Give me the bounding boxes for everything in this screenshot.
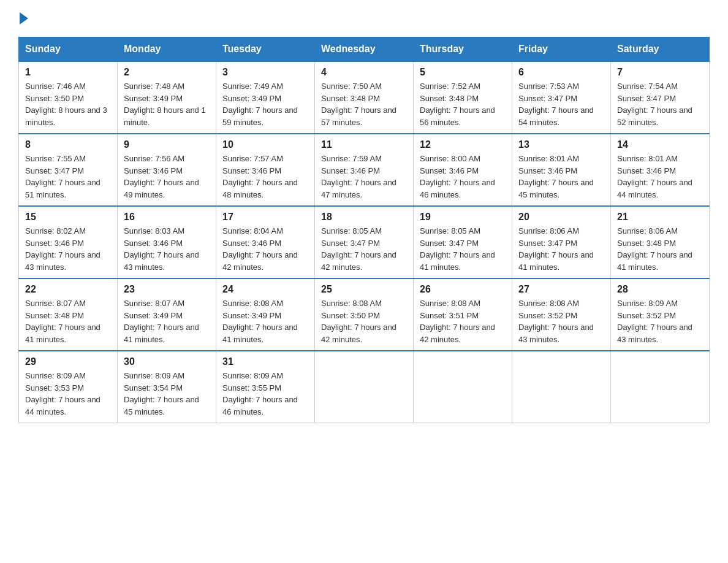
calendar-cell: 22 Sunrise: 8:07 AM Sunset: 3:48 PM Dayl… [19, 278, 118, 351]
calendar-cell: 28 Sunrise: 8:09 AM Sunset: 3:52 PM Dayl… [611, 278, 710, 351]
day-info: Sunrise: 8:08 AM Sunset: 3:52 PM Dayligh… [518, 297, 604, 345]
day-info: Sunrise: 8:09 AM Sunset: 3:53 PM Dayligh… [25, 370, 111, 418]
day-info: Sunrise: 7:50 AM Sunset: 3:48 PM Dayligh… [321, 80, 407, 128]
header-monday: Monday [118, 37, 216, 62]
day-number: 29 [25, 356, 111, 367]
calendar-cell: 10 Sunrise: 7:57 AM Sunset: 3:46 PM Dayl… [216, 134, 315, 206]
day-number: 6 [518, 67, 604, 78]
day-info: Sunrise: 8:07 AM Sunset: 3:49 PM Dayligh… [124, 297, 210, 345]
day-number: 18 [321, 212, 407, 223]
day-info: Sunrise: 7:48 AM Sunset: 3:49 PM Dayligh… [124, 80, 210, 128]
day-number: 26 [420, 284, 506, 295]
calendar-cell: 8 Sunrise: 7:55 AM Sunset: 3:47 PM Dayli… [19, 134, 118, 206]
calendar-header-row: SundayMondayTuesdayWednesdayThursdayFrid… [19, 37, 710, 62]
calendar-cell: 2 Sunrise: 7:48 AM Sunset: 3:49 PM Dayli… [118, 61, 216, 134]
calendar-cell: 5 Sunrise: 7:52 AM Sunset: 3:48 PM Dayli… [414, 61, 512, 134]
calendar-week-row: 15 Sunrise: 8:02 AM Sunset: 3:46 PM Dayl… [19, 206, 710, 278]
day-info: Sunrise: 8:09 AM Sunset: 3:55 PM Dayligh… [222, 370, 308, 418]
calendar-cell: 13 Sunrise: 8:01 AM Sunset: 3:46 PM Dayl… [512, 134, 611, 206]
calendar-cell: 23 Sunrise: 8:07 AM Sunset: 3:49 PM Dayl… [118, 278, 216, 351]
calendar-cell: 17 Sunrise: 8:04 AM Sunset: 3:46 PM Dayl… [216, 206, 315, 278]
calendar-week-row: 8 Sunrise: 7:55 AM Sunset: 3:47 PM Dayli… [19, 134, 710, 206]
header-sunday: Sunday [19, 37, 118, 62]
calendar-cell: 1 Sunrise: 7:46 AM Sunset: 3:50 PM Dayli… [19, 61, 118, 134]
day-number: 15 [25, 212, 111, 223]
day-number: 3 [222, 67, 308, 78]
day-number: 17 [222, 212, 308, 223]
calendar-cell: 27 Sunrise: 8:08 AM Sunset: 3:52 PM Dayl… [512, 278, 611, 351]
calendar-cell: 24 Sunrise: 8:08 AM Sunset: 3:49 PM Dayl… [216, 278, 315, 351]
header-wednesday: Wednesday [315, 37, 414, 62]
day-info: Sunrise: 7:46 AM Sunset: 3:50 PM Dayligh… [25, 80, 111, 128]
calendar-cell: 25 Sunrise: 8:08 AM Sunset: 3:50 PM Dayl… [315, 278, 414, 351]
day-number: 19 [420, 212, 506, 223]
day-info: Sunrise: 7:59 AM Sunset: 3:46 PM Dayligh… [321, 153, 407, 201]
calendar-cell [611, 351, 710, 423]
day-info: Sunrise: 7:52 AM Sunset: 3:48 PM Dayligh… [420, 80, 506, 128]
day-info: Sunrise: 8:09 AM Sunset: 3:54 PM Dayligh… [124, 370, 210, 418]
calendar-cell: 29 Sunrise: 8:09 AM Sunset: 3:53 PM Dayl… [19, 351, 118, 423]
day-number: 31 [222, 356, 308, 367]
logo [18, 12, 29, 25]
calendar-cell: 11 Sunrise: 7:59 AM Sunset: 3:46 PM Dayl… [315, 134, 414, 206]
day-number: 16 [124, 212, 210, 223]
day-info: Sunrise: 8:06 AM Sunset: 3:48 PM Dayligh… [617, 225, 703, 273]
day-number: 27 [518, 284, 604, 295]
calendar-table: SundayMondayTuesdayWednesdayThursdayFrid… [18, 37, 710, 423]
day-info: Sunrise: 7:54 AM Sunset: 3:47 PM Dayligh… [617, 80, 703, 128]
day-info: Sunrise: 8:01 AM Sunset: 3:46 PM Dayligh… [617, 153, 703, 201]
day-number: 23 [124, 284, 210, 295]
header-thursday: Thursday [414, 37, 512, 62]
calendar-cell: 19 Sunrise: 8:05 AM Sunset: 3:47 PM Dayl… [414, 206, 512, 278]
header-tuesday: Tuesday [216, 37, 315, 62]
day-number: 20 [518, 212, 604, 223]
day-number: 2 [124, 67, 210, 78]
calendar-cell: 26 Sunrise: 8:08 AM Sunset: 3:51 PM Dayl… [414, 278, 512, 351]
day-number: 12 [420, 139, 506, 150]
calendar-cell [414, 351, 512, 423]
day-number: 11 [321, 139, 407, 150]
day-number: 25 [321, 284, 407, 295]
day-number: 24 [222, 284, 308, 295]
calendar-cell: 15 Sunrise: 8:02 AM Sunset: 3:46 PM Dayl… [19, 206, 118, 278]
page-header [18, 12, 710, 25]
day-number: 8 [25, 139, 111, 150]
day-info: Sunrise: 8:08 AM Sunset: 3:51 PM Dayligh… [420, 297, 506, 345]
day-info: Sunrise: 8:05 AM Sunset: 3:47 PM Dayligh… [420, 225, 506, 273]
day-number: 10 [222, 139, 308, 150]
calendar-cell: 3 Sunrise: 7:49 AM Sunset: 3:49 PM Dayli… [216, 61, 315, 134]
day-info: Sunrise: 7:57 AM Sunset: 3:46 PM Dayligh… [222, 153, 308, 201]
day-number: 4 [321, 67, 407, 78]
day-info: Sunrise: 8:00 AM Sunset: 3:46 PM Dayligh… [420, 153, 506, 201]
day-info: Sunrise: 8:04 AM Sunset: 3:46 PM Dayligh… [222, 225, 308, 273]
calendar-week-row: 22 Sunrise: 8:07 AM Sunset: 3:48 PM Dayl… [19, 278, 710, 351]
calendar-cell: 31 Sunrise: 8:09 AM Sunset: 3:55 PM Dayl… [216, 351, 315, 423]
calendar-cell: 16 Sunrise: 8:03 AM Sunset: 3:46 PM Dayl… [118, 206, 216, 278]
calendar-cell: 12 Sunrise: 8:00 AM Sunset: 3:46 PM Dayl… [414, 134, 512, 206]
calendar-cell: 9 Sunrise: 7:56 AM Sunset: 3:46 PM Dayli… [118, 134, 216, 206]
day-number: 21 [617, 212, 703, 223]
day-info: Sunrise: 8:09 AM Sunset: 3:52 PM Dayligh… [617, 297, 703, 345]
day-info: Sunrise: 8:02 AM Sunset: 3:46 PM Dayligh… [25, 225, 111, 273]
calendar-cell: 30 Sunrise: 8:09 AM Sunset: 3:54 PM Dayl… [118, 351, 216, 423]
logo-arrow-icon [20, 12, 28, 25]
day-info: Sunrise: 8:01 AM Sunset: 3:46 PM Dayligh… [518, 153, 604, 201]
calendar-cell [512, 351, 611, 423]
day-info: Sunrise: 7:56 AM Sunset: 3:46 PM Dayligh… [124, 153, 210, 201]
calendar-cell: 21 Sunrise: 8:06 AM Sunset: 3:48 PM Dayl… [611, 206, 710, 278]
day-number: 28 [617, 284, 703, 295]
day-number: 14 [617, 139, 703, 150]
calendar-cell: 18 Sunrise: 8:05 AM Sunset: 3:47 PM Dayl… [315, 206, 414, 278]
day-info: Sunrise: 8:08 AM Sunset: 3:50 PM Dayligh… [321, 297, 407, 345]
day-info: Sunrise: 8:08 AM Sunset: 3:49 PM Dayligh… [222, 297, 308, 345]
day-number: 5 [420, 67, 506, 78]
calendar-week-row: 29 Sunrise: 8:09 AM Sunset: 3:53 PM Dayl… [19, 351, 710, 423]
day-number: 13 [518, 139, 604, 150]
calendar-cell: 4 Sunrise: 7:50 AM Sunset: 3:48 PM Dayli… [315, 61, 414, 134]
day-number: 30 [124, 356, 210, 367]
day-info: Sunrise: 7:49 AM Sunset: 3:49 PM Dayligh… [222, 80, 308, 128]
day-info: Sunrise: 7:55 AM Sunset: 3:47 PM Dayligh… [25, 153, 111, 201]
calendar-week-row: 1 Sunrise: 7:46 AM Sunset: 3:50 PM Dayli… [19, 61, 710, 134]
calendar-cell [315, 351, 414, 423]
day-number: 9 [124, 139, 210, 150]
